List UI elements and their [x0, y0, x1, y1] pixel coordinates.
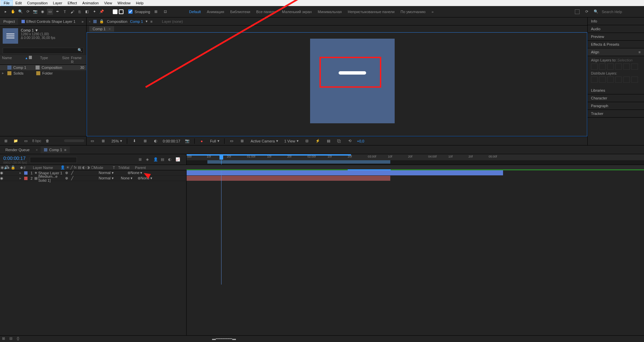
switch-motionblur-icon[interactable]: ◐: [82, 165, 86, 170]
panel-character[interactable]: Character: [588, 94, 644, 102]
col-t[interactable]: T: [112, 166, 117, 170]
workspace-animation[interactable]: Анимация: [207, 10, 224, 14]
col-audio-icon[interactable]: 🔊: [3, 165, 7, 170]
workspace-more[interactable]: »: [432, 10, 434, 14]
layer-color[interactable]: [24, 171, 28, 175]
comp-dropdown-icon[interactable]: ▾: [146, 19, 148, 24]
align-top-icon[interactable]: [615, 63, 622, 70]
comp-thumbnail[interactable]: [3, 28, 18, 44]
tl-hide-shy-icon[interactable]: 👤: [153, 157, 159, 163]
panel-preview[interactable]: Preview: [588, 33, 644, 41]
align-menu-icon[interactable]: ≡: [639, 50, 641, 54]
align-hcenter-icon[interactable]: [599, 63, 606, 70]
dist-bottom-icon[interactable]: [607, 77, 614, 83]
bpc-label[interactable]: 8 bpc: [32, 139, 41, 143]
align-vcenter-icon[interactable]: [623, 63, 630, 70]
menu-view[interactable]: View: [101, 0, 115, 6]
res-down-icon[interactable]: ⬇: [131, 138, 137, 144]
col-name[interactable]: Name: [2, 56, 26, 64]
panel-info[interactable]: Info: [588, 17, 644, 25]
blend-mode-dropdown[interactable]: Normal ▾: [99, 176, 115, 180]
switch-collapse-icon[interactable]: ☀: [66, 165, 69, 170]
selection-tool-icon[interactable]: ▸: [3, 9, 9, 15]
hand-tool-icon[interactable]: ✋: [10, 9, 16, 15]
eraser-tool-icon[interactable]: ◧: [84, 9, 90, 15]
orbit-tool-icon[interactable]: ⟳: [25, 9, 31, 15]
project-search-input[interactable]: [3, 48, 84, 54]
mini-viewport-icon[interactable]: [575, 9, 580, 14]
zoom-tool-icon[interactable]: 🔍: [17, 9, 23, 15]
comp-lock-icon[interactable]: 🔒: [99, 19, 104, 24]
comp-header-name[interactable]: Comp 1: [130, 19, 143, 24]
col-lock-icon[interactable]: 🔒: [10, 165, 13, 170]
panel-align[interactable]: Align≡: [588, 48, 644, 56]
timeline-search-input[interactable]: [30, 157, 77, 163]
layer-row-1[interactable]: ◉ ▸ 1 ★ Shape Layer 1 ⊕ ╱ Normal ▾ ⊚ Non…: [0, 170, 186, 176]
comp-menu-icon[interactable]: ≡: [150, 19, 152, 24]
col-solo-icon[interactable]: ●: [7, 166, 10, 170]
menu-composition[interactable]: Composition: [24, 0, 50, 6]
trkmat-dropdown[interactable]: None ▾: [121, 176, 138, 180]
tab-menu-icon[interactable]: ≡: [64, 148, 66, 152]
snapping-opt1-icon[interactable]: ⊞: [153, 9, 159, 15]
timecode-display[interactable]: 0:00:00:17: [163, 139, 180, 143]
dist-right-icon[interactable]: [631, 77, 638, 83]
menu-layer[interactable]: Layer: [50, 0, 65, 6]
delete-icon[interactable]: 🗑: [45, 138, 51, 144]
tab-effect-controls[interactable]: Effect Controls Shape Layer 1: [18, 18, 79, 25]
roi-icon[interactable]: ▭: [229, 138, 235, 144]
zoom-dropdown[interactable]: 25% ▾: [110, 139, 123, 143]
fast-preview-icon[interactable]: ⚡: [315, 138, 321, 144]
workspace-undocked[interactable]: Непристыкованные панели: [348, 10, 394, 14]
col-type[interactable]: Type: [40, 56, 62, 64]
always-preview-icon[interactable]: ▭: [89, 138, 95, 144]
panel-tracker[interactable]: Tracker: [588, 110, 644, 118]
flowchart-icon[interactable]: ⿻: [336, 138, 342, 144]
parent-dropdown[interactable]: None ▾: [141, 176, 161, 180]
pickwhip-icon[interactable]: ⊚: [128, 171, 131, 175]
channel-icon[interactable]: ●: [199, 138, 205, 144]
clone-tool-icon[interactable]: ⎘: [77, 9, 83, 15]
switch-fx-icon[interactable]: fx: [74, 165, 77, 170]
col-label-icon[interactable]: ◆: [19, 165, 23, 170]
sync-icon[interactable]: ⟳: [584, 9, 590, 15]
workspace-bydefault[interactable]: По умолчанию: [401, 10, 426, 14]
new-comp-icon[interactable]: ▭: [23, 138, 29, 144]
camera-dropdown[interactable]: Active Camera ▾: [249, 139, 280, 143]
panel-effects-presets[interactable]: Effects & Presets: [588, 41, 644, 48]
label-color-icon[interactable]: [36, 71, 40, 75]
workspace-libraries[interactable]: Библиотеки: [230, 10, 250, 14]
snapping-checkbox[interactable]: [128, 9, 133, 14]
search-help-input[interactable]: [602, 10, 642, 14]
current-time[interactable]: 0:00:00:17: [3, 156, 27, 161]
puppet-tool-icon[interactable]: 📌: [99, 9, 105, 15]
align-left-icon[interactable]: [591, 63, 598, 70]
project-item-solids[interactable]: ▸ Solids Folder: [0, 70, 86, 76]
tl-comp-mini-icon[interactable]: ⊞: [139, 157, 144, 163]
layer-name[interactable]: [Medium...e Solid 1]: [38, 174, 65, 182]
layer-viewer-label[interactable]: Layer (none): [162, 19, 183, 24]
panel-paragraph[interactable]: Paragraph: [588, 102, 644, 110]
panel-libraries[interactable]: Libraries: [588, 87, 644, 94]
text-tool-icon[interactable]: T: [62, 9, 68, 15]
col-layer-name[interactable]: Layer Name: [32, 166, 60, 170]
playhead[interactable]: [221, 154, 221, 165]
new-folder-icon[interactable]: 📁: [13, 138, 19, 144]
expand-layer-icon[interactable]: ▸: [19, 171, 23, 175]
pen-tool-icon[interactable]: ✒: [54, 9, 60, 15]
tl-draft3d-icon[interactable]: ◈: [146, 157, 151, 163]
composition-viewer[interactable]: [87, 32, 587, 136]
magnification-icon[interactable]: ⊞: [100, 138, 106, 144]
menu-help[interactable]: Help: [133, 0, 146, 6]
dist-hcenter-icon[interactable]: [623, 77, 630, 83]
workspace-minimal[interactable]: Минимальная: [318, 10, 342, 14]
roto-tool-icon[interactable]: ✦: [91, 9, 97, 15]
col-size[interactable]: Size: [62, 56, 71, 64]
reset-exposure-icon[interactable]: ⟲: [347, 138, 353, 144]
tab-project[interactable]: Project: [0, 18, 18, 25]
comp-tab[interactable]: Comp 1 ×: [89, 26, 114, 32]
panel-audio[interactable]: Audio: [588, 25, 644, 33]
align-right-icon[interactable]: [607, 63, 614, 70]
col-parent[interactable]: Parent: [134, 166, 154, 170]
project-item-comp1[interactable]: Comp 1 Composition 30: [0, 65, 86, 70]
